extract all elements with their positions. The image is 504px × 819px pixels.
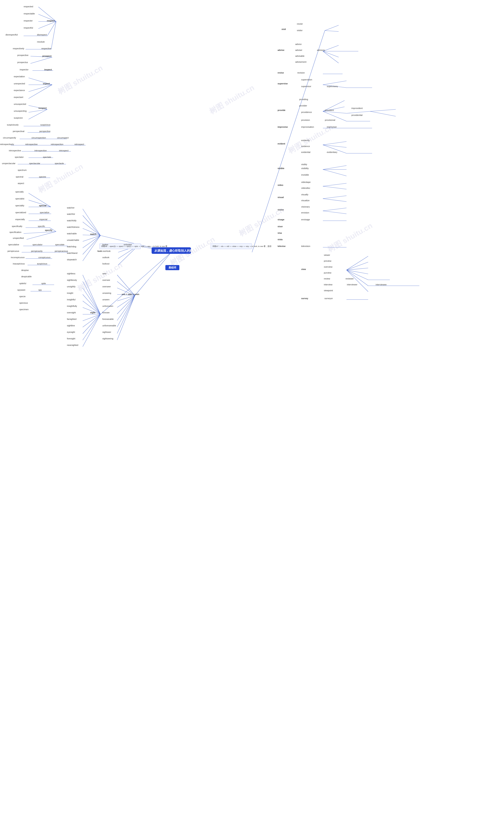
svg-line-59 (83, 275, 100, 314)
node-watchful: watchful (67, 213, 75, 215)
node-unsuspected: unsuspected (14, 103, 26, 105)
node-evidential: evidential (301, 151, 310, 153)
svg-line-85 (117, 296, 135, 327)
node-inspector: inspector (20, 68, 29, 71)
node-providing: providing (299, 98, 308, 100)
node-specify: specify (45, 229, 52, 231)
node-sightlessly: sightlessly (67, 279, 77, 281)
node-spy: spy (38, 289, 42, 291)
svg-line-89 (325, 25, 339, 31)
node-interviewee: interviewee (376, 283, 387, 286)
node-viewer: viewer (324, 254, 330, 256)
node-interview: interview (324, 283, 332, 286)
svg-line-90 (325, 31, 339, 32)
node-oversight: oversight (67, 311, 76, 314)
node-watch: watch (90, 233, 96, 235)
node-provision: provision (301, 119, 310, 121)
node-sight: sight (90, 311, 95, 314)
node-circumspection: circumspection (31, 136, 46, 139)
node-prospect: prospect (42, 55, 51, 57)
node-perspective: perspective (39, 130, 50, 132)
svg-line-4 (47, 21, 56, 36)
node-respectively: respectively (13, 47, 24, 50)
node-envision: envision (301, 212, 309, 214)
node-advice: advice (295, 43, 302, 45)
node-expectation: expectation (14, 75, 25, 78)
node-evident: evident (278, 142, 285, 145)
node-envisage: envisage (301, 219, 310, 221)
svg-line-127 (347, 268, 368, 270)
node-lookout: lookout (102, 263, 109, 265)
svg-line-117 (323, 183, 347, 186)
node-unforeseen: unforeseen (102, 305, 113, 307)
node-spectacular: spectacular (29, 162, 40, 164)
node-unspectacular: unspectacular (2, 162, 16, 164)
node-suspect: suspect (38, 107, 47, 109)
node-inauspicious: inauspicious (13, 263, 25, 265)
node-supervision: supervision (301, 78, 312, 81)
node-watchdog: watchdog (67, 245, 76, 248)
node-circumspect: circumspect (57, 136, 69, 139)
svg-line-102 (323, 111, 347, 113)
svg-line-61 (83, 288, 100, 314)
node-visa: visa (278, 232, 282, 234)
node-improvise: improvise (278, 126, 288, 128)
node-visitor: visitor (297, 29, 303, 32)
node-speciality: speciality (15, 204, 24, 207)
node-specie: specie (19, 295, 26, 298)
node-television: television (301, 245, 310, 247)
node-improviser: improviser (327, 126, 337, 128)
svg-line-3 (38, 21, 56, 29)
svg-line-125 (347, 256, 368, 270)
svg-line-77 (117, 275, 135, 296)
node-unsuspecting: unsuspecting (14, 110, 27, 112)
node-visual: visual (278, 196, 284, 198)
node-respecter: respecter (24, 19, 33, 22)
node-watchband: watchband (67, 252, 77, 254)
node-vista: vista (278, 238, 283, 241)
node-unspecified: unspecified (13, 237, 24, 239)
svg-line-88 (252, 31, 325, 252)
svg-line-38 (24, 232, 56, 234)
node-retrospect: retrospect (74, 143, 84, 145)
node-disrespectful: disrespectful (6, 33, 18, 36)
node-supervisor: supervisor (301, 85, 311, 87)
svg-line-81 (117, 296, 135, 301)
node-sightless: sightless (67, 272, 75, 275)
watermark-7: 树图 shuitu.cn (76, 260, 124, 294)
node-view: view (301, 268, 306, 270)
node-introspection: introspection (34, 149, 47, 152)
svg-line-118 (323, 186, 347, 189)
svg-line-49 (83, 209, 100, 236)
node-auspicious: auspicious (37, 263, 47, 265)
svg-line-120 (323, 198, 347, 201)
node-visibility: visibility (301, 167, 309, 169)
svg-line-122 (323, 211, 347, 214)
node-watchfulness: watchfulness (67, 226, 80, 228)
node-unseen: unseen (102, 298, 109, 301)
svg-line-66 (83, 314, 100, 321)
node-overview: overview (324, 266, 332, 268)
node-eyesight: eyesight (67, 331, 75, 333)
node-unexpected: unexpected (14, 82, 25, 85)
node-evidently: evidently (301, 139, 310, 141)
node-review: review (324, 278, 330, 280)
svg-line-6 (51, 21, 56, 49)
node-introspect: introspect (59, 149, 69, 152)
svg-line-126 (347, 262, 368, 270)
node-insight: insight (67, 292, 73, 294)
node-onlooker: onlooker (124, 244, 132, 246)
node-visor: visor (278, 225, 283, 228)
svg-line-110 (323, 141, 347, 145)
svg-line-134 (347, 270, 368, 292)
node-especial: especial (39, 218, 47, 221)
node-inconspicuous: inconspicuous (11, 256, 25, 259)
center-root-label: 基础词 (165, 253, 179, 270)
node-supervisory: supervisory (327, 85, 338, 87)
node-revise: revise (278, 71, 284, 74)
node-videotape: videotape (301, 181, 311, 183)
right-info-box: 词根47：-vis- = -vid- = -view- = -voy- = -v… (211, 244, 252, 249)
node-video: video (278, 184, 283, 186)
node-insightful: insightful (67, 298, 75, 301)
svg-line-94 (323, 51, 339, 57)
